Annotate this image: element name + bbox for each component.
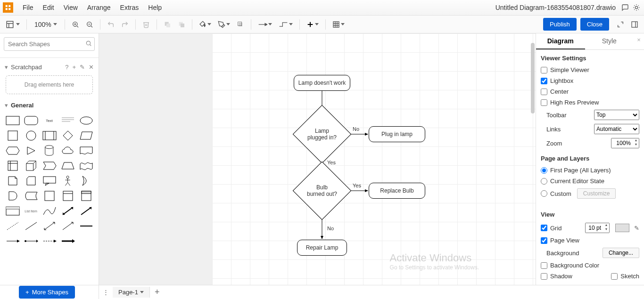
- shape-process[interactable]: [41, 129, 57, 142]
- radio-first-page[interactable]: [541, 167, 547, 174]
- shape-dashed-line[interactable]: [5, 220, 20, 232]
- shape-actor[interactable]: [60, 175, 75, 187]
- search-shapes-input[interactable]: [4, 37, 95, 51]
- node-start[interactable]: Lamp doesn't work: [294, 75, 350, 91]
- add-page-button[interactable]: +: [150, 285, 165, 299]
- shape-bidir-arrow[interactable]: [60, 205, 75, 217]
- select-links[interactable]: Automatic: [594, 124, 639, 134]
- more-shapes-button[interactable]: +More Shapes: [19, 286, 75, 299]
- shape-link-b[interactable]: [5, 235, 20, 247]
- close-button[interactable]: Close: [580, 18, 609, 31]
- shape-cloud[interactable]: [60, 145, 75, 157]
- shape-pool[interactable]: [78, 190, 94, 202]
- customize-button[interactable]: Customize: [577, 188, 616, 199]
- scratchpad-close-icon[interactable]: ✕: [89, 64, 94, 71]
- chk-sketch[interactable]: [611, 273, 618, 280]
- canvas[interactable]: Lamp doesn't work Lamp plugged in? No Pl…: [99, 33, 536, 285]
- publish-button[interactable]: Publish: [543, 18, 577, 31]
- scratchpad-header[interactable]: ▾Scratchpad ? + ✎ ✕: [0, 61, 99, 73]
- shape-data-storage[interactable]: [23, 190, 39, 202]
- menu-edit[interactable]: Edit: [38, 2, 59, 13]
- scratchpad-dropzone[interactable]: Drag elements here: [6, 75, 93, 94]
- chk-simple-viewer[interactable]: [541, 67, 547, 73]
- shape-rect[interactable]: [5, 114, 20, 127]
- shape-parallelogram[interactable]: [78, 129, 94, 142]
- chk-lightbox[interactable]: [541, 78, 547, 84]
- line-color-button[interactable]: [215, 19, 233, 30]
- shape-link-d[interactable]: [41, 235, 57, 247]
- shape-tape[interactable]: [78, 160, 94, 172]
- shape-or[interactable]: [78, 175, 94, 187]
- redo-button[interactable]: [118, 19, 132, 30]
- undo-button[interactable]: [104, 19, 117, 30]
- shape-circle[interactable]: [23, 129, 39, 142]
- insert-button[interactable]: [304, 19, 322, 30]
- shape-cylinder[interactable]: [41, 145, 57, 157]
- grid-color-swatch[interactable]: [615, 224, 629, 232]
- document-title[interactable]: Untitled Diagram-1683554081807.drawio: [495, 4, 616, 11]
- chk-bg-color[interactable]: [541, 262, 547, 269]
- radio-current-state[interactable]: [541, 178, 547, 185]
- fill-color-button[interactable]: [196, 19, 214, 30]
- shape-arrow[interactable]: [78, 205, 94, 217]
- to-front-button[interactable]: [161, 19, 174, 30]
- waypoint-style-button[interactable]: [276, 19, 296, 30]
- panel-close-icon[interactable]: ×: [634, 33, 644, 49]
- comments-icon[interactable]: [620, 3, 630, 12]
- delete-button[interactable]: [140, 19, 153, 30]
- shape-trapezoid[interactable]: [60, 160, 75, 172]
- shape-callout[interactable]: [41, 175, 57, 187]
- shape-triangle[interactable]: [23, 145, 39, 157]
- shape-rounded-rect[interactable]: [23, 114, 39, 127]
- chk-center[interactable]: [541, 89, 547, 95]
- scratchpad-help-icon[interactable]: ?: [65, 64, 68, 71]
- shape-and[interactable]: [5, 190, 20, 202]
- shape-dir-thin[interactable]: [60, 220, 75, 232]
- chk-high-res[interactable]: [541, 99, 547, 106]
- theme-icon[interactable]: [632, 3, 641, 12]
- scratchpad-add-icon[interactable]: +: [72, 64, 76, 71]
- shape-step[interactable]: [41, 160, 57, 172]
- zoom-in-button[interactable]: [69, 19, 82, 30]
- shape-diamond[interactable]: [60, 129, 75, 142]
- shape-curve[interactable]: [41, 205, 57, 217]
- node-decision-plugged[interactable]: Lamp plugged in?: [301, 113, 343, 155]
- connection-style-button[interactable]: [255, 19, 275, 30]
- fullscreen-button[interactable]: [614, 19, 627, 30]
- chk-shadow[interactable]: [541, 273, 547, 280]
- node-replace-bulb[interactable]: Replace Bulb: [369, 183, 425, 199]
- table-button[interactable]: [330, 19, 347, 30]
- grid-color-edit-icon[interactable]: ✎: [634, 225, 639, 232]
- zoom-out-button[interactable]: [83, 19, 96, 30]
- right-panel-scrollbar[interactable]: [531, 43, 535, 269]
- to-back-button[interactable]: [175, 19, 188, 30]
- shape-hexagon[interactable]: [5, 145, 20, 157]
- pages-menu-button[interactable]: ⋮: [99, 287, 113, 298]
- shape-document[interactable]: [78, 145, 94, 157]
- menu-help[interactable]: Help: [143, 2, 166, 13]
- tab-diagram[interactable]: Diagram: [536, 33, 585, 49]
- node-repair[interactable]: Repair Lamp: [297, 240, 347, 256]
- shape-ellipse[interactable]: [78, 114, 94, 127]
- view-mode-button[interactable]: [3, 18, 23, 31]
- node-plug-in[interactable]: Plug in lamp: [369, 126, 425, 142]
- shape-bidir-thin[interactable]: [41, 220, 57, 232]
- radio-custom[interactable]: [541, 190, 547, 197]
- zoom-select[interactable]: 100%: [31, 19, 61, 30]
- shape-card[interactable]: [23, 175, 39, 187]
- menu-extras[interactable]: Extras: [116, 2, 144, 13]
- shape-square[interactable]: [5, 129, 20, 142]
- shape-link-a[interactable]: [78, 220, 94, 232]
- background-change-button[interactable]: Change...: [603, 248, 639, 258]
- shape-text[interactable]: Text: [41, 114, 57, 127]
- shape-link-c[interactable]: [23, 235, 39, 247]
- page-surface[interactable]: Lamp doesn't work Lamp plugged in? No Pl…: [212, 33, 536, 285]
- node-decision-bulb[interactable]: Bulb burned out?: [301, 170, 343, 211]
- search-icon[interactable]: [85, 40, 92, 48]
- page-tab-1[interactable]: Page-1: [113, 287, 150, 298]
- chk-grid[interactable]: [541, 225, 547, 231]
- menu-view[interactable]: View: [59, 2, 83, 13]
- select-toolbar[interactable]: Top: [594, 110, 639, 120]
- scratchpad-edit-icon[interactable]: ✎: [80, 64, 85, 71]
- tab-style[interactable]: Style: [585, 33, 634, 49]
